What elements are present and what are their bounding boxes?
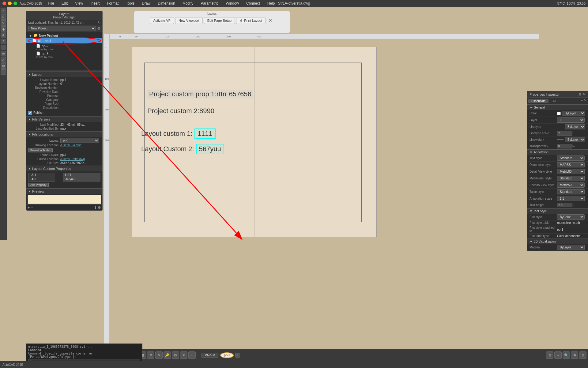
publish-checkbox[interactable]	[28, 111, 32, 115]
menu-tools[interactable]: Tools	[125, 1, 136, 6]
pm-preview-header[interactable]: ▼ Preview	[26, 188, 102, 194]
pm-layout-section-header[interactable]: ▼ Layout	[26, 71, 102, 77]
paper-tab[interactable]: PAPER	[202, 353, 218, 358]
pi-linetype-scale-input[interactable]	[557, 131, 572, 136]
menu-view[interactable]: View	[74, 1, 84, 6]
menu-insert[interactable]: Insert	[89, 1, 101, 6]
pi-annotation-scale-select[interactable]: 1:1	[557, 196, 585, 201]
pi-color-swatch	[557, 112, 561, 115]
pi-multileader-select[interactable]: Standard	[557, 176, 585, 181]
pi-plot-style-header[interactable]: ▼ Plot Style	[527, 208, 588, 214]
pi-icon-2[interactable]: ✎	[582, 92, 585, 96]
pm-refresh-icon[interactable]: ↻	[98, 21, 100, 24]
pi-detail-view-select[interactable]: Metric50	[557, 169, 585, 174]
preview-arrow: ▼	[28, 190, 31, 193]
pm-custom-props-header[interactable]: ▼ Layout Custom Properties	[26, 166, 102, 171]
pi-text-style-select[interactable]: Standard	[557, 155, 585, 161]
menu-connect[interactable]: Connect	[245, 1, 261, 6]
toolbar-close-button[interactable]: ✕	[267, 17, 274, 24]
pm-item-01-pp1[interactable]: 📄 01 - pp-1	[26, 38, 102, 43]
tool-hatch[interactable]: ▨	[1, 63, 6, 69]
print-layout-button[interactable]: 🖨 Print Layout	[236, 17, 266, 24]
menu-format[interactable]: Format	[106, 1, 120, 6]
bt-right-2[interactable]: ↔	[554, 351, 562, 359]
custom-prop-value-2[interactable]: 567yuu	[63, 177, 100, 182]
pm-remove-button[interactable]: −	[31, 205, 33, 210]
pi-dim-style-select[interactable]: MARSS	[557, 162, 585, 167]
pp1-tab[interactable]: pp-1	[220, 352, 234, 358]
tool-circle[interactable]: ○	[1, 45, 6, 50]
pi-section-view-row: Section View style Metric50	[527, 182, 588, 189]
tool-select[interactable]: ↖	[1, 20, 6, 26]
menu-file[interactable]: File	[47, 1, 55, 6]
pm-info-button[interactable]: ℹ	[95, 205, 96, 210]
pi-table-style-select[interactable]: Standard	[557, 189, 585, 194]
publish-label: Publish	[33, 111, 43, 114]
bt-right-1[interactable]: ⊟	[546, 351, 553, 359]
bt-btn-10[interactable]: ☀	[180, 351, 187, 359]
edit-page-setup-button[interactable]: Edit Page Setup	[204, 17, 235, 24]
add-property-button[interactable]: Add Property	[28, 183, 49, 187]
custom-prop-value-1[interactable]: 1111	[63, 173, 100, 177]
pi-icon-1[interactable]: ⊞	[579, 92, 581, 96]
activate-vp-button[interactable]: Activate VP	[150, 17, 174, 24]
pi-color-select[interactable]: ByLayer	[562, 111, 585, 116]
menu-modify[interactable]: Modify	[181, 1, 194, 6]
menu-draw[interactable]: Draw	[141, 1, 152, 6]
bt-right-3[interactable]: 🔍	[563, 351, 570, 359]
pi-tab-all[interactable]: All	[550, 99, 559, 103]
pi-lineweight-select[interactable]: ByLayer	[565, 137, 585, 142]
bt-btn-11[interactable]: ⌂	[188, 351, 196, 359]
tool-zoom[interactable]: ⊕	[1, 33, 6, 38]
tool-dim[interactable]: ↔	[1, 69, 6, 75]
pi-linetype-select[interactable]: ByLayer	[565, 124, 585, 129]
pm-add-button[interactable]: +	[28, 205, 30, 210]
pi-annotation-header[interactable]: ▼ Annotation	[527, 149, 588, 155]
tool-layers[interactable]: ≡	[1, 8, 6, 13]
bt-btn-7[interactable]: ✎	[155, 351, 163, 359]
pi-section-view-select[interactable]: Metric50	[557, 182, 585, 188]
pi-tab-icon-2[interactable]: ✎	[584, 99, 586, 103]
layout-loc-label: Layout	[28, 139, 60, 142]
pi-layer-select[interactable]: 0	[557, 117, 585, 123]
pm-gear-button[interactable]: ⚙	[98, 205, 101, 210]
pm-settings-button[interactable]: ⚙	[97, 26, 100, 31]
pi-3d-header[interactable]: ▼ 3D Visualization	[527, 239, 588, 244]
maximize-button[interactable]	[13, 2, 17, 5]
pi-plot-style-select[interactable]: ByColor	[557, 214, 585, 220]
bt-right-4[interactable]: ⊕	[571, 351, 578, 359]
bt-btn-6[interactable]: ⊕	[147, 351, 154, 359]
add-tab-button[interactable]: +	[235, 353, 240, 358]
bt-btn-8[interactable]: 🔑	[164, 351, 171, 359]
bt-right-5[interactable]: ⊞	[579, 351, 586, 359]
minimize-button[interactable]	[8, 2, 12, 5]
close-button[interactable]	[2, 2, 6, 5]
custom-props-arrow: ▼	[28, 167, 31, 170]
new-viewport-button[interactable]: New Viewport	[175, 17, 203, 24]
pm-tree-root[interactable]: ▼ 📁 New Project	[26, 33, 102, 38]
pi-tab-icon-1[interactable]: ↗	[580, 99, 583, 103]
bt-btn-9[interactable]: ⚙	[172, 351, 179, 359]
pi-material-select[interactable]: ByLayer	[557, 245, 585, 250]
pm-file-version-header[interactable]: ▼ File Version	[26, 116, 102, 122]
pi-text-height-input[interactable]	[557, 203, 572, 207]
pi-tab-essentials[interactable]: Essentials	[528, 99, 548, 103]
menu-edit[interactable]: Edit	[60, 1, 69, 6]
tool-properties[interactable]: □	[1, 14, 6, 20]
pi-transparency-input[interactable]	[557, 144, 572, 148]
tool-text[interactable]: A	[1, 57, 6, 63]
layout-loc-select[interactable]: pp-1	[60, 138, 99, 143]
pi-general-header[interactable]: ▼ General	[527, 105, 588, 110]
pm-item3-label: pp-3	[42, 52, 48, 56]
tool-pan[interactable]: ✋	[1, 26, 6, 32]
reveal-in-finder-button[interactable]: Reveal in Finder	[28, 148, 53, 152]
pm-file-locations-header[interactable]: ▼ File Locations	[26, 131, 102, 137]
pm-project-select[interactable]: New Project	[28, 26, 96, 31]
menu-parametric[interactable]: Parametric	[199, 1, 220, 6]
tool-line[interactable]: /	[1, 39, 6, 44]
menu-dimension[interactable]: Dimension	[156, 1, 176, 6]
menu-help[interactable]: Help	[266, 1, 276, 6]
tool-rect[interactable]: ▭	[1, 51, 6, 56]
menu-window[interactable]: Window	[224, 1, 240, 6]
pi-section-view-label: Section View style	[530, 183, 557, 187]
